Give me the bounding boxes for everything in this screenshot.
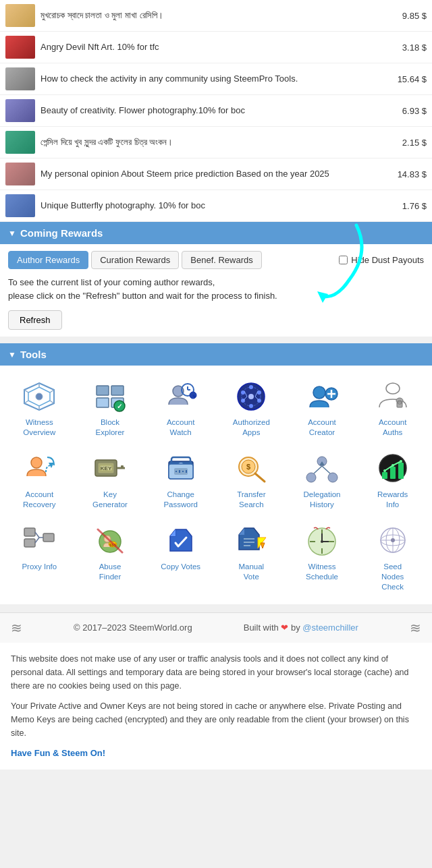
tool-item-key-gen[interactable]: KEY KeyGenerator [76, 447, 144, 513]
tool-label-proxy: Proxy Info [22, 562, 57, 572]
tool-label-rewards-info: RewardsInfo [377, 490, 408, 510]
account-watch-icon [161, 378, 201, 415]
svg-point-24 [249, 385, 253, 389]
tab-benef-rewards[interactable]: Benef. Rewards [182, 251, 262, 269]
post-title: My personal opinion About Steem price pr… [40, 169, 392, 180]
post-item[interactable]: How to check the activity in any communi… [0, 63, 432, 95]
svg-point-62 [328, 473, 338, 482]
tool-item-transfer-search[interactable]: $ TransferSearch [217, 447, 286, 513]
tool-item-witness[interactable]: WitnessOverview [5, 375, 74, 440]
tool-item-delegation[interactable]: DelegationHistory [288, 447, 356, 513]
key-gen-icon: KEY [90, 450, 130, 487]
svg-point-70 [383, 469, 386, 472]
tool-item-authorized-apps[interactable]: AuthorizedApps [217, 375, 286, 440]
post-thumbnail [5, 36, 35, 59]
post-title: মুখরোচক স্বাদে চালতা ও মুলা মাখা রেসিপি। [40, 10, 397, 22]
post-title: How to check the activity in any communi… [40, 74, 392, 85]
post-list: মুখরোচক স্বাদে চালতা ও মুলা মাখা রেসিপি।… [0, 0, 432, 222]
svg-rect-68 [390, 467, 396, 479]
svg-point-3 [36, 393, 43, 400]
post-value: 9.85 $ [402, 11, 427, 21]
tool-item-witness-schedule[interactable]: WitnessSchedule [288, 519, 356, 595]
svg-point-71 [392, 464, 394, 467]
account-auths-icon [373, 378, 413, 415]
tool-item-account-recovery[interactable]: AccountRecovery [5, 447, 74, 513]
change-password-icon [161, 450, 201, 487]
post-thumbnail [5, 131, 35, 154]
tool-label-block: BlockExplorer [96, 417, 125, 438]
tool-item-rewards-info[interactable]: RewardsInfo [358, 447, 427, 513]
svg-point-35 [386, 383, 400, 394]
tool-item-account-auths[interactable]: AccountAuths [358, 375, 427, 440]
privacy-text-2: Your Private Active and Owner Keys are n… [11, 699, 421, 740]
tool-item-block[interactable]: ✓ BlockExplorer [76, 375, 144, 440]
post-item[interactable]: Unique Butterfly photography. 10% for bo… [0, 190, 432, 222]
authorized-apps-icon [231, 378, 271, 415]
tool-label-account-auths: AccountAuths [379, 417, 407, 438]
post-value: 3.18 $ [402, 42, 427, 53]
tool-label-change-password: ChangePassword [163, 490, 198, 510]
svg-point-29 [241, 390, 245, 395]
post-thumbnail [5, 99, 35, 122]
tool-item-proxy[interactable]: Proxy Info [5, 519, 74, 595]
steem-logo-right: ≋ [410, 620, 421, 636]
post-item[interactable]: Angry Devil Nft Art. 10% for tfc3.18 $ [0, 32, 432, 63]
tool-item-abuse[interactable]: $$$ AbuseFinder [76, 519, 144, 595]
author-link[interactable]: @steemchiller [302, 623, 358, 633]
footer-copyright: © 2017–2023 SteemWorld.org [74, 623, 192, 633]
tool-label-key-gen: KeyGenerator [92, 490, 128, 510]
svg-point-61 [306, 473, 316, 482]
tool-label-account-watch: AccountWatch [167, 417, 195, 438]
tool-item-account-creator[interactable]: AccountCreator [288, 375, 356, 440]
tools-grid: WitnessOverview ✓ BlockExplorer AccountW… [5, 375, 427, 595]
tool-label-account-creator: AccountCreator [308, 417, 336, 438]
tools-chevron-icon: ▼ [8, 350, 16, 359]
post-item[interactable]: পেন্সিল দিয়ে খুব সুন্দর একটি ফুলের চিত্… [0, 127, 432, 158]
seed-nodes-icon [373, 522, 413, 559]
post-thumbnail [5, 67, 35, 90]
svg-rect-74 [24, 539, 35, 547]
svg-point-39 [31, 457, 42, 468]
tab-author-rewards[interactable]: Author Rewards [8, 251, 88, 269]
tool-label-delegation: DelegationHistory [304, 490, 341, 510]
svg-line-58 [255, 473, 265, 482]
tools-title: Tools [20, 349, 47, 360]
tools-section: ▼ Tools WitnessOverview ✓ BlockExplorer … [0, 343, 432, 604]
tool-label-manual-vote: ManualVote [238, 562, 264, 582]
svg-line-77 [35, 538, 39, 543]
post-item[interactable]: Beauty of creativity. Flower photography… [0, 95, 432, 127]
refresh-button[interactable]: Refresh [8, 310, 62, 330]
svg-rect-12 [97, 398, 109, 407]
post-title: Angry Devil Nft Art. 10% for tfc [40, 42, 397, 53]
post-item[interactable]: My personal opinion About Steem price pr… [0, 158, 432, 190]
tool-item-seed-nodes[interactable]: SeedNodesCheck [358, 519, 427, 595]
tool-item-account-watch[interactable]: AccountWatch [146, 375, 215, 440]
copy-votes-icon [161, 522, 201, 559]
tool-item-manual-vote[interactable]: ManualVote [217, 519, 286, 595]
svg-point-107 [391, 538, 395, 542]
svg-point-30 [248, 394, 254, 399]
heart-icon: ❤ [281, 623, 288, 633]
tool-label-seed-nodes: SeedNodesCheck [381, 562, 404, 592]
svg-rect-67 [382, 472, 387, 479]
transfer-search-icon: $ [231, 450, 271, 487]
post-item[interactable]: মুখরোচক স্বাদে চালতা ও মুলা মাখা রেসিপি।… [0, 0, 432, 32]
cta-link[interactable]: Have Fun & Steem On! [11, 748, 105, 758]
tool-label-witness-schedule: WitnessSchedule [306, 562, 338, 582]
tool-label-witness: WitnessOverview [23, 417, 55, 438]
post-title: পেন্সিল দিয়ে খুব সুন্দর একটি ফুলের চিত্… [40, 137, 397, 148]
svg-text:KEY: KEY [101, 465, 112, 471]
tool-item-copy-votes[interactable]: Copy Votes [146, 519, 215, 595]
tool-label-abuse: AbuseFinder [99, 562, 122, 582]
svg-rect-10 [97, 386, 109, 395]
rewards-area: Author Rewards Curation Rewards Benef. R… [0, 244, 432, 337]
tool-item-change-password[interactable]: ChangePassword [146, 447, 215, 513]
chevron-icon: ▼ [8, 229, 16, 238]
witness-schedule-icon [302, 522, 342, 559]
post-thumbnail [5, 194, 35, 217]
manual-vote-icon [231, 522, 271, 559]
tab-curation-rewards[interactable]: Curation Rewards [91, 251, 179, 269]
post-title: Beauty of creativity. Flower photography… [40, 105, 397, 117]
post-thumbnail [5, 163, 35, 185]
svg-text:$: $ [246, 463, 250, 471]
